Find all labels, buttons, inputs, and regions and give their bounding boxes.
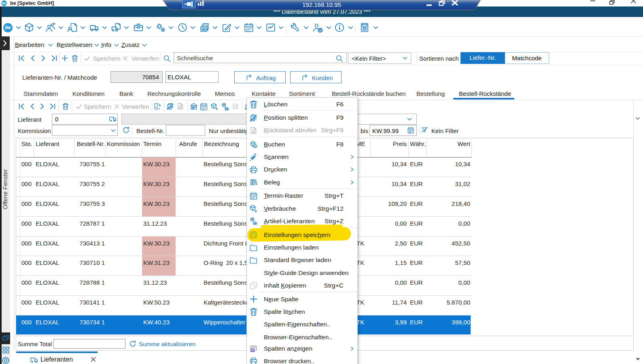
- svg-text:192.168.10.95: 192.168.10.95: [302, 1, 341, 8]
